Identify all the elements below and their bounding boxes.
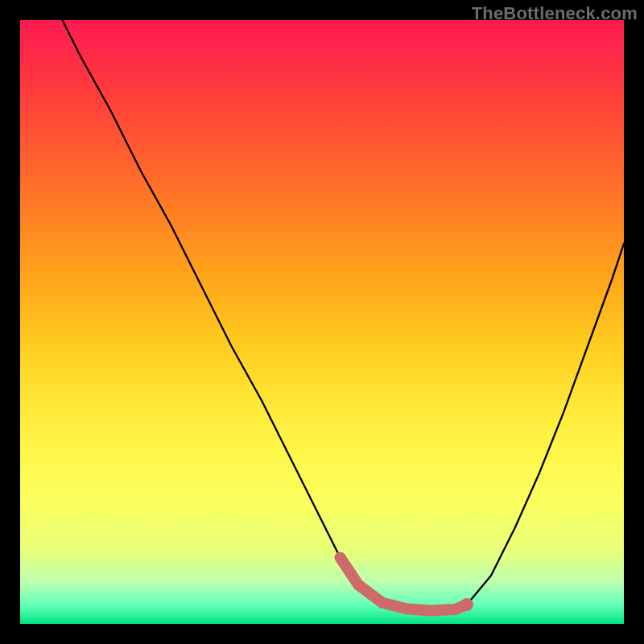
bottleneck-curve	[63, 20, 625, 611]
curve-layer	[20, 20, 624, 624]
plot-area	[20, 20, 624, 624]
watermark-label: TheBottleneck.com	[472, 3, 638, 24]
highlight-segment	[341, 558, 468, 611]
highlight-end-dot	[460, 598, 473, 611]
chart-frame: TheBottleneck.com	[0, 0, 644, 644]
